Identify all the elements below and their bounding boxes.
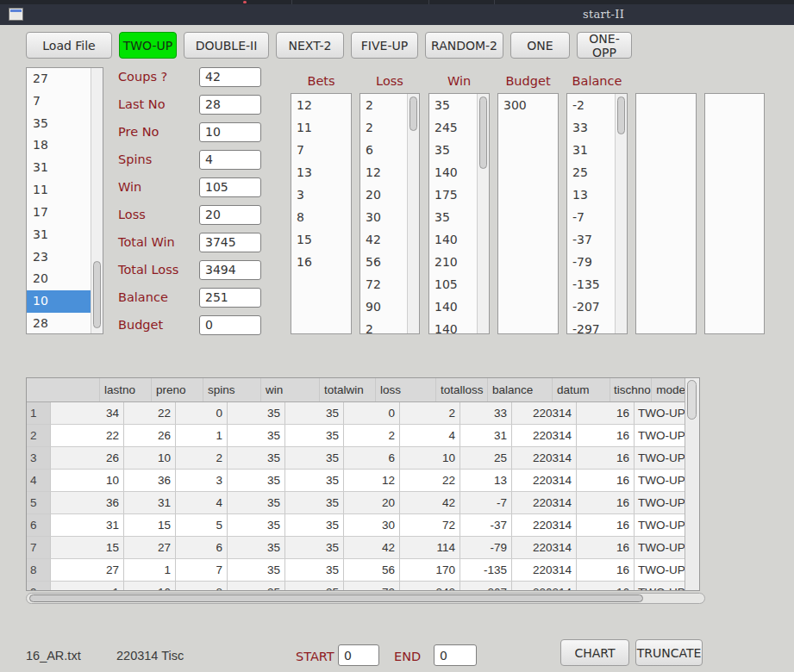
- win-item[interactable]: 245: [429, 116, 477, 139]
- balance-listbox[interactable]: -233312513-7-37-79-135-207-297: [566, 93, 628, 334]
- budget-listbox[interactable]: 300: [497, 93, 559, 334]
- extra-listbox-1[interactable]: [635, 93, 697, 334]
- field-input[interactable]: [199, 233, 261, 252]
- win-item[interactable]: 35: [429, 94, 477, 116]
- bets-item[interactable]: 15: [291, 228, 351, 251]
- bets-item[interactable]: 7: [291, 139, 351, 161]
- win-item[interactable]: 140: [429, 228, 477, 251]
- field-input[interactable]: [199, 95, 261, 115]
- toolbar-button[interactable]: ONE: [510, 32, 570, 59]
- end-input[interactable]: [434, 644, 477, 666]
- numbers-listbox[interactable]: 27735183111173123201028: [26, 67, 103, 334]
- balance-item[interactable]: 33: [567, 116, 615, 139]
- table-row[interactable]: 1 34 22 0 35 35 0 2 33 220314 16 TWO-UP: [27, 402, 686, 425]
- number-list-item[interactable]: 31: [27, 157, 91, 179]
- column-header[interactable]: totalwin: [320, 378, 376, 401]
- loss-item[interactable]: 90: [360, 296, 407, 318]
- budget-item[interactable]: 300: [498, 94, 558, 116]
- column-header[interactable]: tischno: [610, 378, 652, 401]
- table-hscrollbar[interactable]: [26, 593, 705, 604]
- balance-item[interactable]: -207: [567, 296, 615, 318]
- field-input[interactable]: [199, 205, 261, 225]
- scrollbar-thumb[interactable]: [410, 96, 417, 131]
- number-list-item[interactable]: 28: [27, 313, 91, 333]
- number-list-item[interactable]: 10: [27, 290, 91, 313]
- loss-listbox[interactable]: 226122030425672902: [359, 93, 420, 334]
- balance-scrollbar[interactable]: [615, 94, 627, 333]
- loss-item[interactable]: 42: [360, 228, 407, 251]
- toolbar-button[interactable]: Load File: [26, 32, 112, 59]
- loss-item[interactable]: 72: [360, 273, 407, 296]
- loss-item[interactable]: 12: [360, 161, 407, 184]
- balance-item[interactable]: -79: [567, 251, 615, 273]
- loss-item[interactable]: 30: [360, 206, 407, 228]
- number-list-item[interactable]: 23: [27, 246, 91, 269]
- scrollbar-thumb[interactable]: [29, 594, 643, 602]
- win-listbox[interactable]: 352453514017535140210105140140: [428, 93, 490, 334]
- number-list-item[interactable]: 7: [27, 90, 91, 113]
- toolbar-button[interactable]: TWO-UP: [119, 32, 177, 59]
- number-list-item[interactable]: 11: [27, 179, 91, 202]
- field-input[interactable]: [199, 288, 261, 308]
- table-vscrollbar[interactable]: [685, 378, 699, 590]
- scrollbar-thumb[interactable]: [93, 261, 101, 328]
- balance-item[interactable]: -135: [567, 273, 615, 296]
- toolbar-button[interactable]: FIVE-UP: [351, 32, 418, 59]
- field-input[interactable]: [199, 150, 261, 170]
- toolbar-button[interactable]: NEXT-2: [276, 32, 344, 59]
- column-header[interactable]: mode: [652, 378, 686, 401]
- win-item[interactable]: 35: [429, 139, 477, 161]
- loss-item[interactable]: 2: [360, 318, 407, 333]
- column-header[interactable]: balance: [488, 378, 553, 401]
- column-header[interactable]: [27, 378, 100, 401]
- loss-item[interactable]: 2: [360, 94, 407, 116]
- bets-item[interactable]: 11: [291, 116, 351, 139]
- loss-scrollbar[interactable]: [407, 94, 419, 333]
- column-header[interactable]: totalloss: [436, 378, 488, 401]
- win-item[interactable]: 175: [429, 184, 477, 206]
- win-item[interactable]: 35: [429, 206, 477, 228]
- table-row[interactable]: 9 1 10 8 35 35 72 242 -207 220314 16 TWO…: [27, 582, 686, 591]
- number-list-item[interactable]: 17: [27, 202, 91, 224]
- numbers-scrollbar[interactable]: [91, 68, 103, 333]
- table-row[interactable]: 3 26 10 2 35 35 6 10 25 220314 16 TWO-UP: [27, 447, 686, 470]
- field-input[interactable]: [199, 315, 261, 335]
- balance-item[interactable]: 13: [567, 184, 615, 206]
- table-row[interactable]: 6 31 15 5 35 35 30 72 -37 220314 16 TWO-…: [27, 514, 686, 537]
- bets-item[interactable]: 8: [291, 206, 351, 228]
- balance-item[interactable]: -297: [567, 318, 615, 333]
- table-row[interactable]: 4 10 36 3 35 35 12 22 13 220314 16 TWO-U…: [27, 470, 686, 492]
- column-header[interactable]: preno: [152, 378, 203, 401]
- balance-item[interactable]: 25: [567, 161, 615, 184]
- number-list-item[interactable]: 20: [27, 268, 91, 290]
- field-input[interactable]: [199, 177, 261, 197]
- loss-item[interactable]: 56: [360, 251, 407, 273]
- titlebar[interactable]: start-II: [0, 4, 794, 25]
- balance-item[interactable]: -7: [567, 206, 615, 228]
- toolbar-button[interactable]: RANDOM-2: [425, 32, 503, 59]
- truncate-button[interactable]: TRUNCATE: [635, 639, 703, 666]
- win-item[interactable]: 140: [429, 318, 477, 333]
- number-list-item[interactable]: 18: [27, 134, 91, 157]
- balance-item[interactable]: -37: [567, 228, 615, 251]
- bets-item[interactable]: 3: [291, 184, 351, 206]
- loss-item[interactable]: 6: [360, 139, 407, 161]
- table-row[interactable]: 7 15 27 6 35 35 42 114 -79 220314 16 TWO…: [27, 537, 686, 559]
- chart-button[interactable]: CHART: [560, 639, 629, 666]
- table-row[interactable]: 5 36 31 4 35 35 20 42 -7 220314 16 TWO-U…: [27, 492, 686, 514]
- bets-item[interactable]: 13: [291, 161, 351, 184]
- balance-item[interactable]: -2: [567, 94, 615, 116]
- extra-listbox-2[interactable]: [704, 93, 765, 334]
- column-header[interactable]: win: [261, 378, 320, 401]
- win-item[interactable]: 210: [429, 251, 477, 273]
- loss-item[interactable]: 20: [360, 184, 407, 206]
- toolbar-button[interactable]: ONE-OPP: [577, 32, 632, 59]
- start-input[interactable]: [338, 644, 379, 666]
- column-header[interactable]: datum: [553, 378, 610, 401]
- field-input[interactable]: [199, 67, 261, 87]
- bets-listbox[interactable]: 1211713381516: [291, 93, 352, 334]
- loss-item[interactable]: 2: [360, 116, 407, 139]
- field-input[interactable]: [199, 260, 261, 280]
- number-list-item[interactable]: 31: [27, 224, 91, 246]
- bets-item[interactable]: 16: [291, 251, 351, 273]
